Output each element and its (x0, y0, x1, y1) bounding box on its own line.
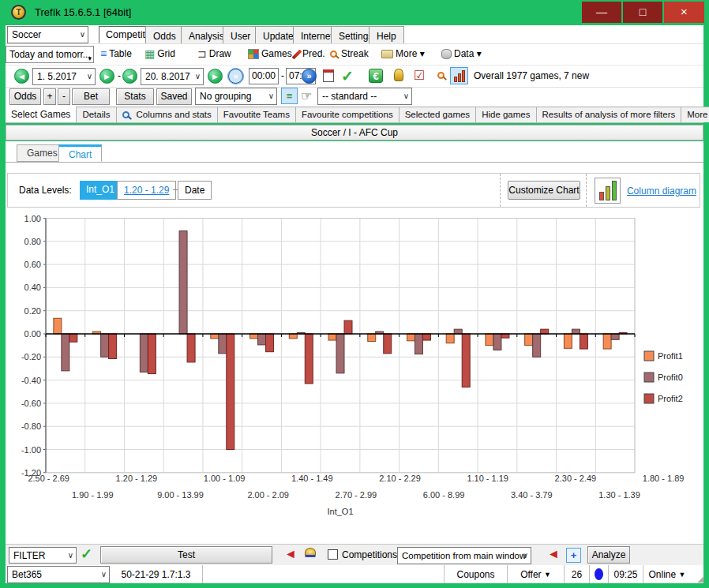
date-to-next-button[interactable]: ▶ (208, 69, 223, 84)
close-button[interactable]: × (664, 2, 704, 23)
overall-games-status: Overall 1977 games, 7 new (474, 70, 589, 81)
y-tick-label: -0.40 (21, 376, 41, 385)
checklist-icon[interactable]: ☑ (414, 68, 425, 83)
competition-source-select[interactable]: Competition from main window ∨ (397, 547, 531, 564)
resize-grip[interactable]: ◢ (691, 565, 703, 583)
date-range-dash: - (118, 70, 121, 81)
coupons-button[interactable]: Coupons (445, 565, 508, 583)
date-from-select[interactable]: 1. 5.2017 ∨ (32, 68, 96, 85)
minimize-button[interactable]: — (582, 2, 621, 23)
x-category-label: 1.10 - 1.19 (467, 474, 508, 483)
menu-item-help[interactable]: Help (369, 26, 404, 43)
tab-selected-games[interactable]: Selected games (400, 107, 476, 122)
toolbar-games-button[interactable]: Games (248, 47, 292, 62)
chart-view-toggle[interactable] (450, 67, 468, 84)
app-icon: T (11, 5, 26, 20)
chart-bar-Profit0 (415, 334, 422, 354)
grouping-select[interactable]: No grouping ∨ (195, 88, 277, 105)
time-skip-forward-button[interactable]: » (302, 69, 317, 84)
tab-more-filters[interactable]: More Filters (681, 107, 709, 122)
toolbar-pred-button[interactable]: Pred. (292, 47, 325, 62)
sport-select[interactable]: Soccer ∨ (7, 26, 88, 43)
x-axis-title: Int_O1 (327, 507, 353, 516)
toolbar-data-button[interactable]: Data ▾ (441, 47, 482, 62)
filter-select[interactable]: FILTER ∨ (9, 547, 77, 564)
tab-details[interactable]: Details (77, 107, 116, 122)
euro-icon[interactable]: € (369, 69, 383, 83)
maximize-button[interactable]: □ (623, 2, 662, 23)
time-skip-back-button[interactable]: « (228, 69, 243, 84)
customize-chart-button[interactable]: Customize Chart (508, 181, 580, 200)
competitions-checkbox[interactable] (328, 549, 338, 560)
chart-bar-Profit1 (564, 334, 572, 348)
chevron-down-icon: ∨ (101, 567, 107, 582)
data-level-1-chip[interactable]: Int_O1 (80, 181, 121, 200)
toolbar-grid-button[interactable]: ▦Grid (144, 47, 175, 62)
data-level-2-link[interactable]: 1.20 - 1.29 (117, 181, 176, 200)
profit-bar-chart: 1.000.800.600.400.200.00-0.20-0.40-0.60-… (7, 204, 700, 523)
competition-header: Soccer / I - AFC Cup (6, 125, 703, 140)
filter-tabs-row: Select Games Details Columns and stats F… (6, 107, 703, 123)
clock-status: 09:25 (609, 565, 643, 583)
data-level-3-chip[interactable]: Date (178, 181, 212, 200)
grouping-icon[interactable]: ≡ (281, 88, 298, 104)
chart-bar-Profit2 (187, 334, 195, 362)
online-button[interactable]: Online ▼ (643, 565, 691, 583)
competitions-label: Competitions: (342, 549, 400, 560)
date-row: ◀ 1. 5.2017 ∨ ▶ - ◀ 20. 8.2017 ∨ ▶ « 00:… (6, 66, 703, 88)
toolbar-table-button[interactable]: ≡Table (100, 47, 132, 62)
data-levels-bar: Data Levels: Int_O1 1.20 - 1.29 Date Cus… (7, 173, 700, 208)
standard-select[interactable]: -- standard -- ∨ (317, 88, 412, 105)
search-icon[interactable] (437, 72, 445, 79)
quick-filter-select[interactable]: Today and tomorr... ▾ (6, 46, 94, 63)
trophy-icon[interactable] (394, 69, 403, 81)
toolbar-draw-button[interactable]: ⊐Draw (197, 47, 231, 62)
chart-bar-Profit2 (384, 334, 392, 354)
filter-check-icon[interactable]: ✓ (81, 545, 92, 563)
count-badge: 26 (565, 565, 590, 583)
minus-button[interactable]: - (58, 88, 70, 105)
tab-chart[interactable]: Chart (58, 144, 102, 162)
chart-bar-Profit1 (525, 334, 533, 346)
tab-columns-and-stats[interactable]: Columns and stats (117, 107, 218, 122)
tab-favourite-teams[interactable]: Favoutite Teams (218, 107, 296, 122)
stats-button[interactable]: Stats (116, 88, 154, 105)
odds-button[interactable]: Odds (9, 88, 41, 105)
menu-item-odds[interactable]: Odds (145, 26, 184, 43)
x-category-label: 1.30 - 1.39 (598, 490, 640, 500)
date-from-prev-button[interactable]: ◀ (14, 69, 29, 84)
date-to-prev-button[interactable]: ◀ (122, 69, 137, 84)
date-from-next-button[interactable]: ▶ (99, 69, 114, 84)
date-to-select[interactable]: 20. 8.2017 ∨ (141, 68, 204, 85)
test-button[interactable]: Test (100, 546, 272, 564)
magnifier-icon (122, 111, 129, 118)
online-dot-icon (595, 568, 603, 580)
time-from-field[interactable]: 00:00 (249, 68, 279, 84)
x-category-label: 1.80 - 1.89 (643, 474, 685, 483)
bookmaker-select[interactable]: Bet365 ∨ (7, 566, 110, 583)
y-tick-label: -0.20 (21, 352, 41, 361)
tab-hide-games[interactable]: Hide games (476, 107, 536, 122)
plus-button[interactable]: + (43, 88, 56, 105)
legend-swatch-Profit2 (644, 394, 654, 403)
analyze-button[interactable]: Analyze (587, 546, 630, 564)
menu-item-user[interactable]: User (223, 26, 258, 43)
tab-select-games[interactable]: Select Games (6, 107, 77, 122)
chevron-down-icon: ▾ (477, 48, 482, 59)
bet-button[interactable]: Bet (72, 88, 110, 105)
tab-results-analysis[interactable]: Results of analysis of more filters (537, 107, 682, 122)
offer-button[interactable]: Offer ▼ (508, 565, 565, 583)
toolbar-row: Today and tomorr... ▾ ≡Table ▦Grid ⊐Draw… (6, 44, 703, 66)
bell-icon[interactable] (305, 548, 316, 557)
toolbar-more-button[interactable]: More ▾ (381, 47, 425, 62)
column-diagram-icon[interactable] (595, 178, 621, 204)
saved-button[interactable]: Saved (156, 88, 192, 105)
grouping-value: No grouping (200, 91, 251, 102)
toolbar-streak-button[interactable]: Streak (330, 47, 369, 62)
tab-favourite-competitions[interactable]: Favourite competitions (296, 107, 400, 122)
move-icon[interactable]: + (566, 548, 581, 563)
column-diagram-link[interactable]: Column diagram (627, 185, 696, 197)
calendar-icon[interactable] (323, 69, 334, 82)
pointing-hand-icon: ☞ (301, 88, 312, 103)
apply-check-icon[interactable]: ✓ (341, 67, 354, 85)
